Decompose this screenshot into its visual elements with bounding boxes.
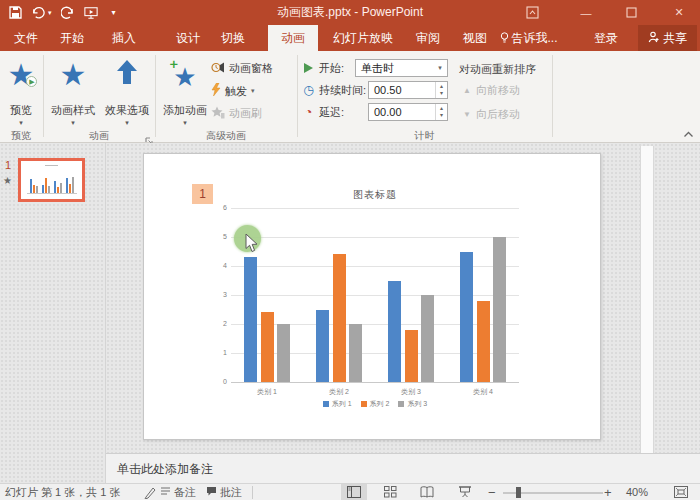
animation-painter-button[interactable]: 动画刷: [211, 104, 262, 122]
x-axis-category-label: 类别 2: [317, 387, 361, 397]
animation-pane-label: 动画窗格: [229, 61, 273, 76]
delay-row: ◔ 延迟:: [302, 103, 344, 121]
collapse-ribbon-icon[interactable]: [683, 130, 694, 140]
slide-canvas[interactable]: 1 0123456类别 1类别 2类别 3类别 4图表标题系列 1系列 2系列 …: [143, 153, 601, 440]
tab-file[interactable]: 文件: [6, 25, 46, 51]
share-person-icon: [648, 31, 660, 46]
add-animation-button[interactable]: ★＋ 添加动画 ▾: [160, 54, 210, 134]
legend-item: 系列 3: [398, 399, 427, 409]
delay-spinbox[interactable]: 00.00 ▴▾: [368, 103, 448, 121]
slide-number: 1: [5, 159, 11, 171]
move-earlier-button[interactable]: ▲ 向前移动: [463, 83, 520, 98]
legend-label: 系列 3: [407, 399, 427, 409]
undo-icon[interactable]: [31, 6, 45, 20]
chart-bar: [244, 257, 257, 382]
status-bar: 幻灯片 第 1 张，共 1 张 备注 批注 − + 40%: [0, 483, 700, 500]
delay-label: 延迟:: [319, 105, 344, 120]
effect-options-dropdown-icon: ▾: [125, 119, 129, 127]
slide-thumbnails-panel[interactable]: 1 ★: [0, 143, 106, 483]
trigger-label: 触发: [225, 84, 247, 99]
x-axis-category-label: 类别 4: [461, 387, 505, 397]
move-later-label: 向后移动: [476, 107, 520, 122]
y-axis-tick: 3: [209, 291, 227, 298]
chart-bar: [277, 324, 290, 382]
powerpoint-window: ▾ ▾ 动画图表.pptx - PowerPoint — ✕ 文件 开始 插入 …: [0, 0, 700, 500]
undo-dropdown-icon[interactable]: ▾: [48, 9, 52, 17]
tab-insert[interactable]: 插入: [104, 25, 144, 51]
normal-view-button[interactable]: [341, 484, 367, 500]
minimize-icon[interactable]: —: [575, 0, 597, 25]
bar-chart[interactable]: 0123456类别 1类别 2类别 3类别 4图表标题系列 1系列 2系列 3: [144, 154, 602, 441]
zoom-out-button[interactable]: −: [488, 484, 496, 500]
move-later-button[interactable]: ▼ 向后移动: [463, 107, 520, 122]
y-axis-tick: 2: [209, 320, 227, 327]
tab-view[interactable]: 视图: [455, 25, 495, 51]
comments-toggle-button[interactable]: 批注: [206, 484, 242, 500]
redo-icon[interactable]: [61, 6, 75, 20]
gridline: [231, 208, 519, 209]
reading-view-button[interactable]: [414, 484, 440, 500]
slide-editor-area[interactable]: 1 0123456类别 1类别 2类别 3类别 4图表标题系列 1系列 2系列 …: [106, 143, 700, 483]
share-button[interactable]: 共享: [638, 25, 697, 51]
tab-design[interactable]: 设计: [168, 25, 208, 51]
group-label-timing: 计时: [297, 129, 552, 143]
duration-label: 持续时间:: [319, 83, 366, 98]
chart-bar: [388, 281, 401, 383]
slide-sorter-view-button[interactable]: [377, 484, 403, 500]
tab-transitions[interactable]: 切换: [213, 25, 253, 51]
start-row: 开始:: [302, 59, 344, 77]
tab-review[interactable]: 审阅: [408, 25, 448, 51]
fit-slide-to-window-icon[interactable]: [674, 484, 688, 500]
customize-qat-icon[interactable]: ▾: [107, 6, 121, 20]
start-slideshow-icon[interactable]: [84, 6, 98, 20]
preview-label: 预览: [10, 103, 32, 118]
preview-button[interactable]: ★▶ 预览 ▾: [1, 54, 41, 134]
slideshow-view-button[interactable]: [452, 484, 478, 500]
triangle-down-icon: ▼: [463, 110, 471, 119]
notes-toggle-button[interactable]: 备注: [160, 484, 196, 500]
chart-title: 图表标题: [231, 188, 519, 202]
delay-spinner[interactable]: ▴▾: [435, 104, 447, 120]
ribbon-divider: [43, 55, 44, 137]
tab-tellme[interactable]: 告诉我...: [496, 25, 562, 51]
gridline: [231, 237, 519, 238]
zoom-slider-thumb[interactable]: [516, 487, 521, 498]
duration-spinner[interactable]: ▴▾: [435, 82, 447, 98]
legend-label: 系列 1: [332, 399, 352, 409]
duration-spinbox[interactable]: 00.50 ▴▾: [368, 81, 448, 99]
animation-styles-star-icon: ★: [60, 61, 87, 89]
workspace: 1 ★ 1 0123456类别 1类别 2类别 3类别 4图表标题系列 1系列 …: [0, 143, 700, 483]
chart-bar: [460, 252, 473, 383]
zoom-level[interactable]: 40%: [626, 484, 648, 500]
zoom-in-button[interactable]: +: [604, 484, 612, 500]
chart-bar: [60, 183, 63, 193]
lightning-icon: [211, 83, 221, 99]
start-dropdown[interactable]: 单击时 ▾: [355, 59, 448, 77]
save-icon[interactable]: [8, 6, 22, 20]
duration-row: ◷ 持续时间:: [302, 81, 366, 99]
animation-styles-button[interactable]: ★ 动画样式 ▾: [46, 54, 100, 134]
close-icon[interactable]: ✕: [668, 0, 690, 25]
effect-options-button[interactable]: 效果选项 ▾: [100, 54, 154, 134]
notes-toggle-label: 备注: [174, 485, 196, 500]
vertical-scrollbar[interactable]: [640, 146, 654, 453]
notes-pane[interactable]: 单击此处添加备注: [106, 453, 700, 483]
trigger-button[interactable]: 触发 ▾: [211, 82, 255, 100]
title-bar: ▾ ▾ 动画图表.pptx - PowerPoint — ✕: [0, 0, 700, 25]
sign-in-button[interactable]: 登录: [586, 25, 626, 51]
y-axis-tick: 6: [209, 204, 227, 211]
animation-pane-button[interactable]: 动画窗格: [211, 59, 273, 77]
legend-swatch: [323, 401, 329, 407]
slide-thumbnail[interactable]: [18, 158, 85, 202]
chart-bar: [261, 312, 274, 382]
ribbon-display-options-icon[interactable]: [521, 0, 543, 25]
tab-slideshow[interactable]: 幻灯片放映: [325, 25, 401, 51]
maximize-icon[interactable]: [620, 0, 642, 25]
ink-icon[interactable]: [144, 484, 156, 500]
animation-indicator-star-icon[interactable]: ★: [3, 175, 12, 186]
tab-animations[interactable]: 动画: [268, 25, 318, 51]
spin-up-icon: ▴: [440, 105, 443, 112]
tab-home[interactable]: 开始: [52, 25, 92, 51]
duration-value: 00.50: [369, 84, 435, 96]
animation-painter-icon: [211, 106, 225, 121]
